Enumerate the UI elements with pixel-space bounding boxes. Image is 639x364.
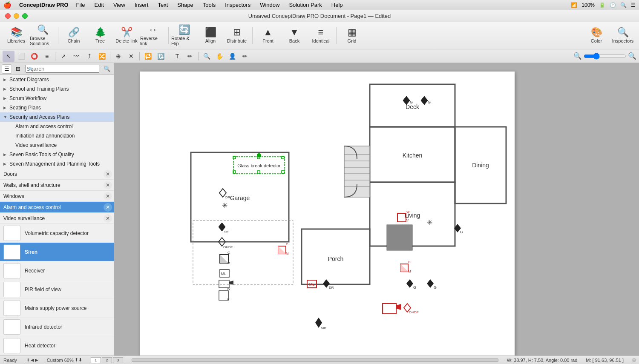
apple-menu[interactable]: 🍎 [3,1,12,9]
grid-icon: ▦ [348,28,357,37]
browse-solutions-button[interactable]: 🔍 Browse Solutions [30,24,55,48]
libraries-button[interactable]: 📚 Libraries [3,24,29,48]
zoom-arrow[interactable]: ⬆⬇ [75,357,82,363]
shape-heat[interactable]: HT Heat detector [0,336,114,355]
table-tool[interactable]: ≡ [41,51,53,62]
select-tool[interactable]: ↖ [3,51,14,62]
menu-edit[interactable]: Edit [93,2,106,8]
next-btn[interactable]: ▶ [35,358,38,362]
tree-button[interactable]: 🌲 Tree [87,24,113,48]
svg-marker-66 [229,281,233,285]
menu-inspectors[interactable]: Inspectors [223,2,252,8]
close-button[interactable] [5,13,11,19]
menu-tools[interactable]: Tools [201,2,217,8]
libraries-icon: 📚 [11,28,22,37]
browse-icon: 🔍 [37,25,49,34]
person-tool[interactable]: 👤 [226,51,238,62]
svg-text:Porch: Porch [328,255,344,262]
pan-tool[interactable]: ✋ [213,51,225,62]
svg-rect-46 [257,171,260,173]
front-button[interactable]: ▲ Front [255,24,281,48]
grid-label: Grid [348,38,357,43]
zoom-in-icon[interactable]: 🔍 [628,52,636,60]
svg-text:DR: DR [225,195,230,199]
reverse-link-label: Reverse link [140,36,166,46]
tool-separator-4 [169,52,169,60]
svg-rect-37 [387,225,412,250]
menu-shape[interactable]: Shape [176,2,195,8]
zoom-out-icon[interactable]: 🔍 [573,52,582,60]
menu-file[interactable]: File [75,2,87,8]
shape-thumb-heat: HT [3,338,20,353]
page-box-1[interactable]: 1 [91,357,101,363]
menu-text[interactable]: Text [156,2,170,8]
zoom-value[interactable]: Custom 60% [47,358,74,363]
menu-solution-park[interactable]: Solution Park [287,2,323,8]
canvas-area[interactable]: Deck Kitchen Dining Garage Living Porch [114,63,639,355]
tool-separator [55,52,55,60]
main-toolbar: 📚 Libraries 🔍 Browse Solutions 🔗 Chain 🌲… [0,22,639,49]
rect-tool[interactable]: ⬜ [15,51,27,62]
svg-text:V: V [227,298,230,301]
grid-button[interactable]: ▦ Grid [339,24,365,48]
distribute-button[interactable]: ⊞ Distribute [224,24,250,48]
line-tool[interactable]: ↗ [58,51,69,62]
front-label: Front [262,38,273,43]
back-button[interactable]: ▼ Back [282,24,307,48]
traffic-lights [5,13,28,19]
canvas-paper[interactable]: Deck Kitchen Dining Garage Living Porch [140,72,515,355]
curve-tool[interactable]: 〰 [70,51,82,62]
list-icon[interactable]: ☰ [631,2,636,8]
zoom-tool[interactable]: 🔍 [201,51,213,62]
svg-text:Deck: Deck [406,103,420,110]
scale-tool[interactable]: 🔃 [155,51,167,62]
svg-text:✳: ✳ [427,219,432,226]
distribute-icon: ⊞ [233,28,241,37]
connector-tool[interactable]: 🔀 [96,51,108,62]
svg-text:M: M [286,252,289,255]
text-tool[interactable]: T [171,51,183,62]
search-icon[interactable]: 🔍 [620,2,627,8]
zoom-slider[interactable] [584,53,626,60]
scroll-indicator: ⊞ [632,358,636,362]
page-box-2[interactable]: 2 [102,357,112,363]
svg-text:car: car [224,229,229,233]
menu-insert[interactable]: Insert [133,2,150,8]
remove-point-tool[interactable]: ✕ [125,51,137,62]
toolbar-separator-2 [168,27,169,44]
menu-window[interactable]: Window [258,2,281,8]
paint-tool[interactable]: ✏ [239,51,251,62]
page-box-3[interactable]: 3 [113,357,123,363]
svg-text:C: C [408,260,411,264]
align-button[interactable]: ⬛ Align [198,24,223,48]
svg-text:G: G [460,230,463,234]
ellipse-tool[interactable]: ⭕ [28,51,40,62]
menu-help[interactable]: Help [330,2,345,8]
arc-tool[interactable]: ⤴ [83,51,95,62]
pause-btn[interactable]: ⏸ [26,358,30,362]
status-text: Ready [3,358,17,363]
delete-link-button[interactable]: ✂️ Delete link [114,24,139,48]
minimize-button[interactable] [14,13,19,19]
identical-button[interactable]: ≡ Identical [308,24,334,48]
inspectors-button[interactable]: 🔍 Inspectors [610,24,636,48]
pencil-tool[interactable]: ✏ [184,51,196,62]
svg-rect-30 [344,146,370,197]
color-button[interactable]: 🎨 Color [584,24,609,48]
svg-marker-93 [396,304,401,310]
inspectors-icon: 🔍 [617,28,629,37]
svg-text:Garage: Garage [230,195,250,201]
chain-button[interactable]: 🔗 Chain [61,24,86,48]
menu-right: 📶 100% 🔋 🕐 🔍 ☰ [571,2,636,8]
reverse-link-button[interactable]: ↔ Reverse link [140,24,166,48]
add-point-tool[interactable]: ⊕ [112,51,124,62]
toolbar-separator [58,27,58,44]
inspectors-label: Inspectors [612,38,634,43]
rotate-flip-button[interactable]: 🔄 Rotate & Flip [171,24,197,48]
prev-btn[interactable]: ◀ [31,358,34,362]
maximize-button[interactable] [22,13,28,19]
progress-bar[interactable] [132,358,498,362]
rotate-tool[interactable]: 🔁 [142,51,154,62]
menu-view[interactable]: View [112,2,127,8]
svg-marker-50 [421,96,428,105]
